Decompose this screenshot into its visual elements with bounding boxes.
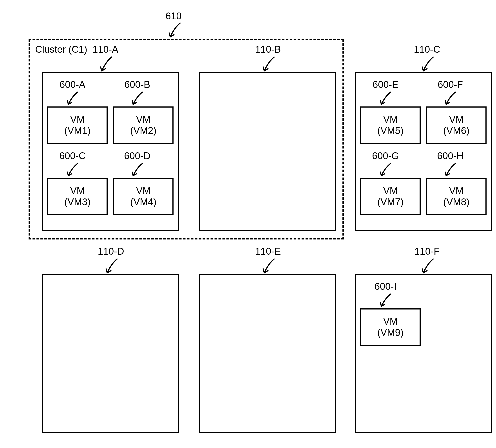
vm-word: VM — [70, 114, 85, 125]
host-110B — [199, 72, 336, 231]
vm-id-vm2: (VM2) — [130, 125, 157, 136]
ref-600F: 600-F — [434, 79, 467, 90]
ref-110C: 110-C — [412, 44, 442, 55]
cluster-label: Cluster (C1) — [35, 44, 87, 55]
vm-vm6: VM (VM6) — [426, 106, 487, 144]
ref-600E: 600-E — [369, 79, 402, 90]
vm-id-vm4: (VM4) — [130, 196, 157, 208]
pointer-600F — [443, 91, 459, 106]
pointer-600E — [378, 91, 394, 106]
vm-word: VM — [136, 114, 151, 125]
pointer-600C — [65, 163, 81, 178]
ref-600D: 600-D — [121, 150, 154, 161]
ref-600C: 600-C — [56, 150, 89, 161]
vm-word: VM — [383, 185, 398, 196]
ref-110A: 110-A — [90, 44, 121, 55]
vm-id-vm3: (VM3) — [64, 196, 91, 208]
pointer-600G — [378, 163, 394, 178]
vm-vm3: VM (VM3) — [47, 178, 108, 215]
pointer-110B — [261, 56, 279, 74]
ref-600B: 600-B — [121, 79, 154, 90]
ref-600H: 600-H — [434, 150, 467, 161]
vm-word: VM — [449, 114, 464, 125]
pointer-600A — [65, 91, 81, 106]
host-110D — [42, 274, 179, 433]
ref-600A: 600-A — [56, 79, 89, 90]
diagram-canvas: 610 Cluster (C1) 110-A 110-B 110-C 110-D… — [9, 9, 496, 448]
pointer-600I — [378, 293, 394, 308]
vm-id-vm6: (VM6) — [443, 125, 470, 136]
vm-word: VM — [136, 185, 151, 196]
vm-vm5: VM (VM5) — [360, 106, 421, 144]
ref-610: 610 — [160, 11, 187, 21]
pointer-600B — [130, 91, 146, 106]
vm-vm4: VM (VM4) — [113, 178, 173, 215]
pointer-110D — [104, 258, 122, 275]
ref-110F: 110-F — [412, 246, 442, 257]
ref-110B: 110-B — [253, 44, 283, 55]
pointer-600D — [130, 163, 146, 178]
vm-id-vm7: (VM7) — [377, 196, 404, 208]
pointer-600H — [443, 163, 459, 178]
vm-id-vm8: (VM8) — [443, 196, 470, 208]
vm-vm1: VM (VM1) — [47, 106, 108, 144]
vm-vm2: VM (VM2) — [113, 106, 173, 144]
pointer-110F — [420, 258, 438, 275]
ref-600I: 600-I — [369, 281, 402, 292]
vm-word: VM — [449, 185, 464, 196]
ref-110E: 110-E — [253, 246, 283, 257]
vm-id-vm5: (VM5) — [377, 125, 404, 136]
vm-id-vm1: (VM1) — [64, 125, 91, 136]
vm-word: VM — [383, 316, 398, 327]
host-110E — [199, 274, 336, 433]
vm-id-vm9: (VM9) — [377, 327, 404, 338]
vm-word: VM — [383, 114, 398, 125]
pointer-110C — [420, 56, 438, 74]
ref-600G: 600-G — [369, 150, 402, 161]
vm-word: VM — [70, 185, 85, 196]
host-110F — [355, 274, 492, 433]
vm-vm7: VM (VM7) — [360, 178, 421, 215]
ref-110D: 110-D — [95, 246, 126, 257]
pointer-110E — [261, 258, 279, 275]
vm-vm8: VM (VM8) — [426, 178, 487, 215]
pointer-610 — [167, 22, 185, 40]
pointer-110A — [98, 56, 116, 74]
vm-vm9: VM (VM9) — [360, 308, 421, 346]
